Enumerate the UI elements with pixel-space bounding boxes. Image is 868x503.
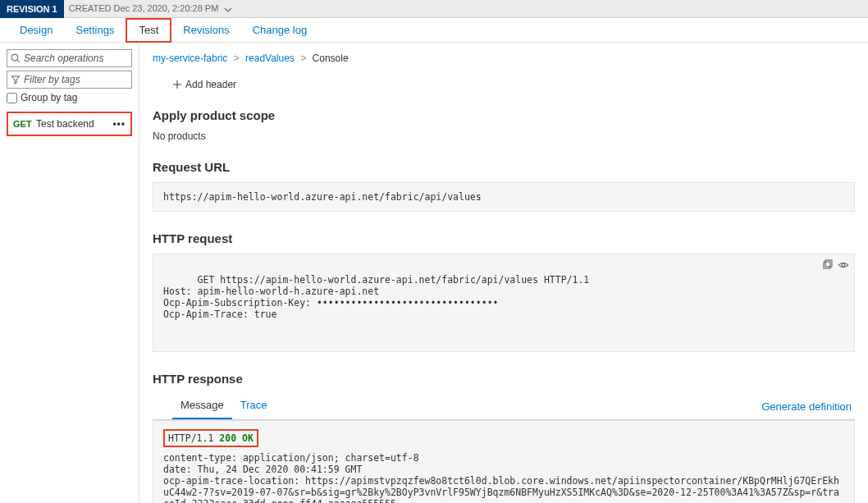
response-code: 200 OK — [219, 432, 254, 444]
svg-point-0 — [11, 54, 18, 61]
http-request-box: GET https://apim-hello-world.azure-api.n… — [153, 254, 855, 352]
http-response-box: HTTP/1.1 200 OK content-type: applicatio… — [153, 420, 855, 503]
chevron-down-icon — [224, 6, 232, 14]
http-request-text: GET https://apim-hello-world.azure-api.n… — [163, 274, 589, 320]
breadcrumb-sep: > — [234, 53, 240, 64]
http-response-title: HTTP response — [153, 372, 855, 386]
svg-rect-5 — [825, 260, 832, 267]
reveal-icon[interactable] — [838, 259, 849, 273]
breadcrumb: my-service-fabric > readValues > Console — [153, 53, 855, 64]
sidebar: Search operations Filter by tags Group b… — [0, 43, 139, 503]
revision-created-text: CREATED Dec 23, 2020, 2:20:28 PM — [69, 3, 219, 13]
main-tabs: Design Settings Test Revisions Change lo… — [0, 18, 868, 43]
breadcrumb-current: Console — [313, 53, 349, 64]
filter-icon — [11, 75, 21, 85]
group-by-tag[interactable]: Group by tag — [7, 92, 132, 103]
response-headers: content-type: application/json; charset=… — [163, 452, 839, 503]
filter-input[interactable]: Filter by tags — [7, 71, 132, 89]
filter-placeholder: Filter by tags — [24, 74, 80, 85]
search-placeholder: Search operations — [24, 53, 103, 64]
add-header-label: Add header — [185, 79, 236, 90]
operation-menu-icon[interactable]: ••• — [112, 118, 126, 130]
operation-name: Test backend — [36, 118, 112, 130]
revision-badge: REVISION 1 — [0, 0, 64, 18]
operation-method: GET — [13, 119, 36, 129]
breadcrumb-sep: > — [300, 53, 306, 64]
search-input[interactable]: Search operations — [7, 49, 132, 67]
tab-trace[interactable]: Trace — [232, 394, 276, 419]
revision-bar: REVISION 1 CREATED Dec 23, 2020, 2:20:28… — [0, 0, 868, 18]
request-url-box: https://apim-hello-world.azure-api.net/f… — [153, 182, 855, 212]
operation-row[interactable]: GET Test backend ••• — [7, 112, 132, 136]
breadcrumb-operation[interactable]: readValues — [245, 53, 295, 64]
response-status: HTTP/1.1 200 OK — [163, 429, 258, 447]
revision-created[interactable]: CREATED Dec 23, 2020, 2:20:28 PM — [69, 3, 233, 13]
breadcrumb-service[interactable]: my-service-fabric — [153, 53, 227, 64]
svg-line-1 — [17, 60, 20, 62]
response-proto: HTTP/1.1 — [168, 432, 213, 444]
main-content: my-service-fabric > readValues > Console… — [139, 43, 868, 503]
tab-test[interactable]: Test — [126, 18, 171, 43]
svg-point-6 — [842, 263, 845, 267]
tab-revisions[interactable]: Revisions — [171, 18, 240, 43]
tab-message[interactable]: Message — [172, 394, 232, 419]
plus-icon — [172, 80, 182, 89]
response-tabs: Message Trace Generate definition — [153, 394, 855, 420]
generate-definition-link[interactable]: Generate definition — [761, 400, 855, 413]
request-url-title: Request URL — [153, 160, 855, 174]
tab-design[interactable]: Design — [8, 18, 64, 43]
http-request-title: HTTP request — [153, 231, 855, 245]
group-by-tag-checkbox[interactable] — [7, 93, 17, 103]
search-icon — [11, 53, 21, 63]
no-products-text: No products — [153, 130, 855, 142]
group-by-tag-label: Group by tag — [21, 92, 77, 103]
svg-rect-4 — [824, 262, 830, 268]
add-header-button[interactable]: Add header — [172, 79, 855, 90]
tab-changelog[interactable]: Change log — [241, 18, 319, 43]
tab-settings[interactable]: Settings — [64, 18, 126, 43]
apply-scope-title: Apply product scope — [153, 108, 855, 122]
copy-icon[interactable] — [821, 259, 833, 273]
